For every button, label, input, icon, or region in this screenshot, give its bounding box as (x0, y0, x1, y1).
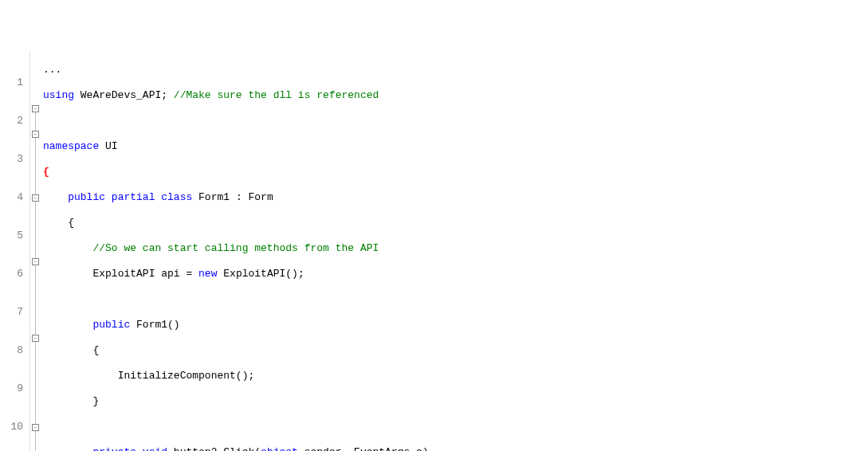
code-line[interactable]: { (43, 166, 868, 178)
code-line[interactable]: } (43, 395, 868, 408)
code-line[interactable]: ExploitAPI api = new ExploitAPI(); (43, 268, 868, 280)
code-line[interactable]: { (43, 344, 868, 357)
code-line[interactable] (43, 115, 868, 127)
fold-toggle-icon[interactable]: − (32, 335, 39, 342)
line-number: 9 (0, 382, 23, 395)
code-line[interactable]: namespace UI (43, 140, 868, 153)
fold-column: − − − − − − (30, 51, 41, 451)
fold-toggle-icon[interactable]: − (32, 194, 39, 202)
line-number: 7 (0, 306, 23, 319)
line-number: 10 (0, 421, 23, 433)
line-number: 4 (0, 191, 23, 204)
fold-toggle-icon[interactable]: − (32, 424, 39, 431)
code-line[interactable]: //So we can start calling methods from t… (43, 242, 868, 255)
code-line[interactable]: public Form1() (43, 319, 868, 331)
line-number: 5 (0, 229, 23, 242)
fold-toggle-icon[interactable]: − (32, 131, 39, 138)
line-number: 8 (0, 344, 23, 357)
line-number: 1 (0, 76, 23, 89)
fold-toggle-icon[interactable]: − (32, 105, 39, 112)
line-number-gutter: 1 2 3 4 5 6 7 8 9 10 11 12 13 14 15 16 1… (0, 51, 30, 451)
fold-toggle-icon[interactable]: − (32, 258, 39, 265)
line-number: 6 (0, 268, 23, 280)
code-line[interactable] (43, 293, 868, 306)
line-number: 3 (0, 153, 23, 166)
line-number: 2 (0, 115, 23, 127)
code-line[interactable] (43, 421, 868, 433)
code-editor[interactable]: 1 2 3 4 5 6 7 8 9 10 11 12 13 14 15 16 1… (0, 51, 868, 451)
code-line[interactable]: using WeAreDevs_API; //Make sure the dll… (43, 89, 868, 102)
code-area[interactable]: ... using WeAreDevs_API; //Make sure the… (41, 51, 868, 451)
fold-guide (35, 105, 36, 451)
code-line[interactable]: public partial class Form1 : Form (43, 191, 868, 204)
code-line[interactable]: private void button2_Click(object sender… (43, 446, 868, 451)
code-line[interactable]: { (43, 217, 868, 229)
code-line[interactable]: ... (43, 64, 868, 76)
code-line[interactable]: InitializeComponent(); (43, 370, 868, 382)
